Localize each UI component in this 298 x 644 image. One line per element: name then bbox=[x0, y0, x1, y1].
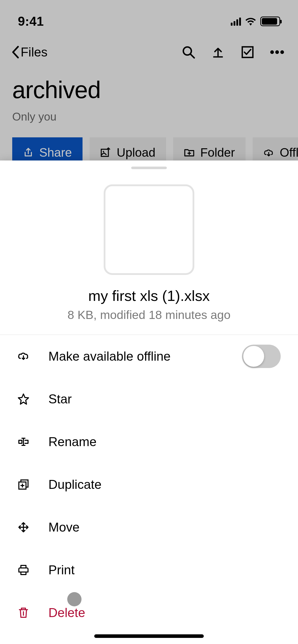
battery-icon bbox=[260, 17, 280, 26]
svg-rect-6 bbox=[101, 149, 109, 156]
svg-point-4 bbox=[275, 50, 279, 54]
move-action-label: Move bbox=[48, 520, 281, 535]
chevron-left-icon bbox=[11, 46, 19, 58]
svg-point-3 bbox=[270, 50, 274, 54]
home-indicator[interactable] bbox=[94, 634, 204, 638]
duplicate-action-label: Duplicate bbox=[48, 477, 281, 492]
new-folder-icon bbox=[184, 147, 195, 158]
print-icon bbox=[17, 564, 30, 576]
file-preview-thumbnail bbox=[104, 184, 194, 275]
share-chip-label: Share bbox=[39, 145, 72, 159]
svg-line-1 bbox=[190, 54, 194, 58]
cellular-signal-icon bbox=[231, 17, 241, 26]
status-icons bbox=[231, 17, 280, 26]
checkbox-icon bbox=[241, 46, 254, 58]
cloud-download-icon bbox=[263, 147, 274, 158]
trash-icon bbox=[17, 606, 30, 619]
make-available-offline-row[interactable]: Make available offline bbox=[0, 335, 298, 378]
upload-chip-label: Upload bbox=[117, 145, 155, 159]
back-label: Files bbox=[21, 45, 48, 60]
folder-chip-label: Folder bbox=[200, 145, 235, 159]
file-name: my first xls (1).xlsx bbox=[0, 287, 298, 304]
upload-image-icon bbox=[100, 147, 111, 158]
svg-point-5 bbox=[280, 50, 284, 54]
share-icon bbox=[23, 147, 34, 158]
move-icon bbox=[17, 521, 30, 534]
offline-toggle[interactable] bbox=[242, 345, 281, 368]
file-meta: 8 KB, modified 18 minutes ago bbox=[0, 308, 298, 322]
star-row[interactable]: Star bbox=[0, 378, 298, 420]
search-icon bbox=[182, 45, 195, 59]
svg-point-7 bbox=[103, 151, 104, 152]
touch-indicator bbox=[67, 592, 82, 606]
rename-icon bbox=[17, 435, 30, 448]
status-time: 9:41 bbox=[18, 14, 44, 29]
toggle-knob bbox=[243, 346, 264, 367]
star-icon bbox=[17, 393, 30, 405]
folder-header: archived Only you bbox=[0, 69, 298, 123]
sheet-grabber[interactable] bbox=[131, 167, 167, 169]
delete-action-label: Delete bbox=[48, 605, 281, 620]
rename-row[interactable]: Rename bbox=[0, 420, 298, 463]
cloud-sync-icon bbox=[17, 350, 30, 363]
folder-access: Only you bbox=[12, 110, 286, 123]
print-action-label: Print bbox=[48, 563, 281, 577]
offline-chip-label: Offline bbox=[280, 145, 298, 159]
move-row[interactable]: Move bbox=[0, 506, 298, 549]
wifi-icon bbox=[245, 17, 256, 26]
delete-row[interactable]: Delete bbox=[0, 591, 298, 634]
duplicate-icon bbox=[17, 478, 30, 491]
more-button[interactable] bbox=[270, 45, 284, 59]
search-button[interactable] bbox=[182, 45, 195, 59]
file-actions-sheet: my first xls (1).xlsx 8 KB, modified 18 … bbox=[0, 160, 298, 644]
select-button[interactable] bbox=[241, 45, 254, 59]
duplicate-row[interactable]: Duplicate bbox=[0, 463, 298, 506]
print-row[interactable]: Print bbox=[0, 549, 298, 591]
offline-action-label: Make available offline bbox=[48, 349, 242, 364]
more-horizontal-icon bbox=[270, 50, 284, 55]
nav-bar: Files bbox=[0, 36, 298, 69]
star-action-label: Star bbox=[48, 392, 281, 406]
status-bar: 9:41 bbox=[0, 0, 298, 36]
upload-arrow-icon bbox=[212, 46, 224, 58]
rename-action-label: Rename bbox=[48, 434, 281, 449]
upload-nav-button[interactable] bbox=[211, 45, 225, 59]
folder-title: archived bbox=[12, 76, 286, 104]
back-button[interactable]: Files bbox=[11, 45, 48, 60]
